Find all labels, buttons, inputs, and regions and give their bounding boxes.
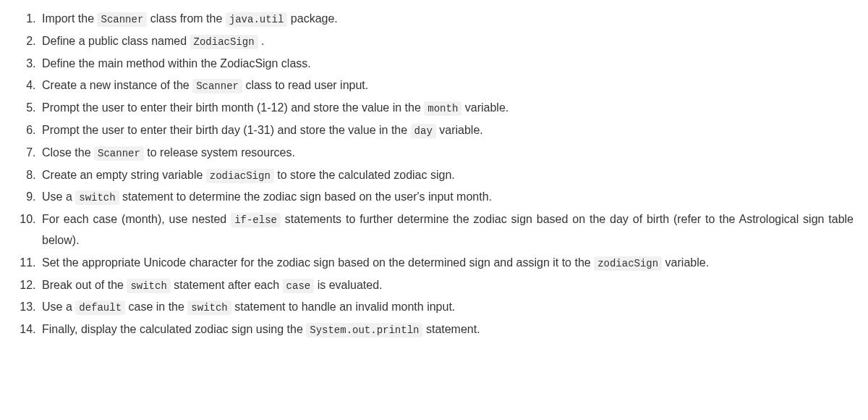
instruction-text: Define a public class named [42,35,190,47]
code-token: java.util [226,12,288,27]
instruction-text: Close the [42,146,94,159]
instruction-step: Finally, display the calculated zodiac s… [39,319,854,340]
instruction-step: Close the Scanner to release system reso… [39,143,854,164]
instruction-text: statement to determine the zodiac sign b… [119,190,492,203]
instruction-text: Define the main method within the Zodiac… [42,57,311,70]
code-token: if-else [231,213,281,227]
instruction-step: Prompt the user to enter their birth day… [39,120,854,141]
instruction-step: Use a default case in the switch stateme… [39,297,854,318]
instruction-text: Set the appropriate Unicode character fo… [42,256,594,269]
instruction-text: is evaluated. [314,279,382,291]
instruction-text: variable. [662,256,709,269]
instruction-step: Import the Scanner class from the java.u… [39,9,854,30]
instruction-text: Break out of the [42,279,127,291]
instruction-text: variable. [436,124,483,136]
instruction-step: Use a switch statement to determine the … [39,187,854,208]
code-token: day [411,124,436,138]
code-token: case [283,279,315,293]
instruction-step: Define a public class named ZodiacSign . [39,31,854,52]
instruction-text: case in the [125,301,187,313]
instruction-text: statement. [422,323,480,335]
code-token: ZodiacSign [190,35,258,49]
instruction-text: Create an empty string variable [42,169,206,181]
instruction-text: For each case (month), use nested [42,213,231,225]
instruction-text: package. [287,12,337,25]
code-token: switch [187,301,231,315]
instruction-text: Prompt the user to enter their birth mon… [42,101,424,114]
instruction-text: Import the [42,12,97,25]
instruction-text: class from the [147,12,225,25]
code-token: default [75,301,125,315]
code-token: month [424,101,461,116]
instruction-text: Create a new instance of the [42,79,192,91]
instruction-text: class to read user input. [242,79,368,91]
instruction-step: Prompt the user to enter their birth mon… [39,98,854,119]
code-token: switch [75,190,119,205]
instruction-step: Break out of the switch statement after … [39,275,854,296]
code-token: zodiacSign [594,256,662,271]
instruction-text: Use a [42,190,75,203]
instruction-step: For each case (month), use nested if-els… [39,209,854,251]
code-token: Scanner [94,146,144,161]
instruction-text: . [258,35,265,47]
instruction-text: Use a [42,301,75,313]
code-token: Scanner [97,12,147,27]
instruction-text: to release system resources. [144,146,295,159]
instruction-step: Create a new instance of the Scanner cla… [39,75,854,96]
code-token: zodiacSign [206,169,274,183]
instruction-list: Import the Scanner class from the java.u… [14,9,854,340]
instruction-text: statement to handle an invalid month inp… [231,301,456,313]
instruction-text: Prompt the user to enter their birth day… [42,124,411,136]
instruction-step: Set the appropriate Unicode character fo… [39,253,854,274]
code-token: Scanner [192,79,242,93]
instruction-step: Define the main method within the Zodiac… [39,54,854,75]
instruction-text: variable. [461,101,509,114]
code-token: switch [127,279,170,293]
instruction-text: Finally, display the calculated zodiac s… [42,323,306,335]
instruction-text: to store the calculated zodiac sign. [274,169,455,181]
instruction-step: Create an empty string variable zodiacSi… [39,165,854,186]
code-token: System.out.println [306,323,422,337]
instruction-text: statement after each [171,279,283,291]
